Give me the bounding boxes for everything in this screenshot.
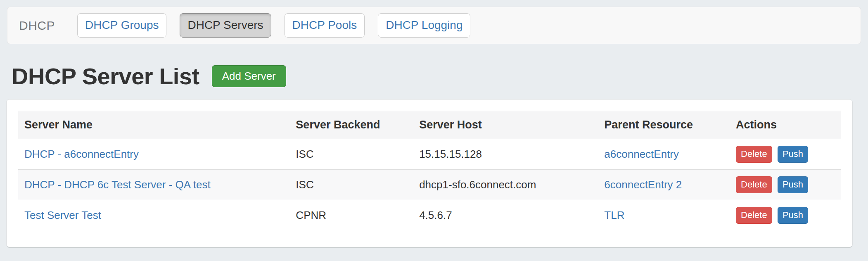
delete-button[interactable]: Delete bbox=[736, 146, 772, 162]
parent-resource-link[interactable]: 6connectEntry 2 bbox=[604, 178, 682, 191]
push-button[interactable]: Push bbox=[778, 146, 808, 162]
server-name-link[interactable]: Test Server Test bbox=[24, 209, 101, 221]
page-title: DHCP Server List bbox=[12, 63, 199, 90]
tab-dhcp-pools[interactable]: DHCP Pools bbox=[285, 13, 365, 38]
table-row: DHCP - DHCP 6c Test Server - QA test ISC… bbox=[18, 170, 841, 200]
page-header: DHCP Server List Add Server bbox=[12, 63, 286, 90]
server-list-panel: Server Name Server Backend Server Host P… bbox=[6, 99, 853, 248]
table-row: DHCP - a6connectEntry ISC 15.15.15.128 a… bbox=[18, 139, 841, 170]
server-name-link[interactable]: DHCP - a6connectEntry bbox=[24, 148, 139, 160]
push-button[interactable]: Push bbox=[778, 207, 808, 223]
parent-resource-cell: a6connectEntry bbox=[598, 139, 730, 170]
server-host-cell: 15.15.15.128 bbox=[413, 139, 598, 170]
table-header-row: Server Name Server Backend Server Host P… bbox=[18, 111, 841, 139]
nav-tab-group: DHCP Groups DHCP Servers DHCP Pools DHCP… bbox=[77, 13, 470, 38]
tab-dhcp-groups[interactable]: DHCP Groups bbox=[77, 13, 166, 38]
actions-cell: Delete Push bbox=[730, 200, 841, 231]
col-header-parent-resource: Parent Resource bbox=[598, 111, 730, 139]
col-header-server-host: Server Host bbox=[413, 111, 598, 139]
dhcp-navbar: DHCP DHCP Groups DHCP Servers DHCP Pools… bbox=[7, 7, 861, 44]
server-host-cell: 4.5.6.7 bbox=[413, 200, 598, 231]
table-row: Test Server Test CPNR 4.5.6.7 TLR Delete… bbox=[18, 200, 841, 231]
server-name-link[interactable]: DHCP - DHCP 6c Test Server - QA test bbox=[24, 178, 211, 191]
actions-cell: Delete Push bbox=[730, 139, 841, 170]
col-header-actions: Actions bbox=[730, 111, 841, 139]
parent-resource-cell: TLR bbox=[598, 200, 730, 231]
navbar-brand: DHCP bbox=[19, 19, 55, 33]
delete-button[interactable]: Delete bbox=[736, 207, 772, 223]
add-server-button[interactable]: Add Server bbox=[212, 65, 286, 88]
server-backend-cell: ISC bbox=[289, 170, 413, 200]
push-button[interactable]: Push bbox=[778, 176, 808, 193]
tab-dhcp-servers[interactable]: DHCP Servers bbox=[180, 13, 271, 38]
server-name-cell: Test Server Test bbox=[18, 200, 289, 231]
parent-resource-link[interactable]: a6connectEntry bbox=[604, 148, 679, 160]
col-header-server-backend: Server Backend bbox=[289, 111, 413, 139]
tab-dhcp-logging[interactable]: DHCP Logging bbox=[378, 13, 470, 38]
server-host-cell: dhcp1-sfo.6connect.com bbox=[413, 170, 598, 200]
server-backend-cell: ISC bbox=[289, 139, 413, 170]
server-name-cell: DHCP - a6connectEntry bbox=[18, 139, 289, 170]
col-header-server-name: Server Name bbox=[18, 111, 289, 139]
parent-resource-cell: 6connectEntry 2 bbox=[598, 170, 730, 200]
server-name-cell: DHCP - DHCP 6c Test Server - QA test bbox=[18, 170, 289, 200]
delete-button[interactable]: Delete bbox=[736, 176, 772, 193]
actions-cell: Delete Push bbox=[730, 170, 841, 200]
server-backend-cell: CPNR bbox=[289, 200, 413, 231]
parent-resource-link[interactable]: TLR bbox=[604, 209, 624, 221]
server-table: Server Name Server Backend Server Host P… bbox=[18, 111, 841, 230]
